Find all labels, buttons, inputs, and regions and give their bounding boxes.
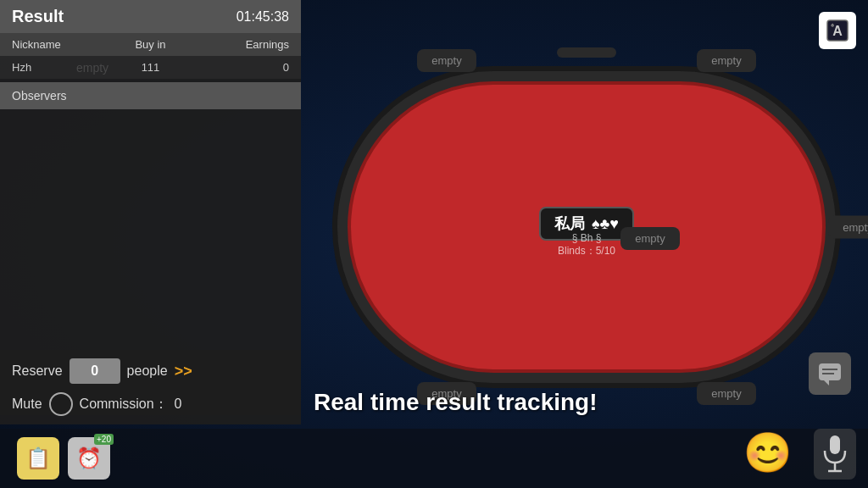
notes-icon[interactable]: 📋 xyxy=(17,437,59,480)
svg-marker-6 xyxy=(824,380,829,385)
table-headers: Nickname Buy in Earnings xyxy=(0,33,301,56)
row-earnings: 0 xyxy=(197,61,289,74)
game-info-line2: Blinds：5/10 xyxy=(558,244,615,258)
mic-icon[interactable] xyxy=(814,429,856,480)
bottom-icons: 📋 ⏰ +20 xyxy=(17,437,110,480)
poker-table: 私局 ♠♣♥ § Bh § Blinds：5/10 empty empty em… xyxy=(332,66,841,388)
mic-svg xyxy=(821,434,849,474)
seat-top-left: empty xyxy=(417,49,476,72)
table-game-info: § Bh § Blinds：5/10 xyxy=(558,232,615,258)
bottom-controls: Reserve people >> Mute Commission： 0 xyxy=(0,350,301,424)
result-header: Result 01:45:38 xyxy=(0,0,301,33)
emoji-icon[interactable]: 😊 xyxy=(743,430,792,475)
header-nickname: Nickname xyxy=(12,38,104,51)
card-icon[interactable]: A ♠ xyxy=(819,12,856,49)
alarm-badge: +20 xyxy=(94,434,114,445)
people-text: people xyxy=(127,363,168,379)
svg-rect-3 xyxy=(819,363,841,380)
card-svg: A ♠ xyxy=(826,19,849,42)
seat-top-right: empty xyxy=(697,49,756,72)
result-title: Result xyxy=(12,7,64,26)
table-inner: 私局 ♠♣♥ § Bh § Blinds：5/10 xyxy=(348,81,826,373)
commission-value: 0 xyxy=(175,396,182,412)
seat-mid-left: empty xyxy=(620,227,680,250)
mute-row: Mute Commission： 0 xyxy=(12,392,289,416)
mute-label: Mute xyxy=(12,396,42,412)
table-row: empty Hzh 111 0 xyxy=(0,56,301,79)
main-text: Real time result tracking! xyxy=(314,389,817,416)
mute-toggle[interactable] xyxy=(49,392,73,416)
result-timer: 01:45:38 xyxy=(236,9,289,25)
observers-label: Observers xyxy=(12,89,67,103)
observers-section: Observers xyxy=(0,82,301,109)
header-buyin: Buy in xyxy=(104,38,197,51)
alarm-icon[interactable]: ⏰ +20 xyxy=(68,437,110,480)
svg-rect-7 xyxy=(830,435,840,454)
chat-svg xyxy=(817,362,843,385)
header-earnings: Earnings xyxy=(197,38,289,51)
commission-label: Commission： xyxy=(80,396,168,413)
bottom-bar: 📋 ⏰ +20 xyxy=(0,429,868,488)
row-watermark: empty xyxy=(76,61,108,75)
arrows-icon[interactable]: >> xyxy=(175,363,192,380)
poker-table-container: 私局 ♠♣♥ § Bh § Blinds：5/10 empty empty em… xyxy=(314,25,860,429)
reserve-input[interactable] xyxy=(70,358,120,384)
game-info-line1: § Bh § xyxy=(558,232,615,244)
logo-text: 私局 xyxy=(554,214,585,234)
reserve-row: Reserve people >> xyxy=(12,358,289,384)
row-buyin: 111 xyxy=(104,61,197,74)
seat-top-center xyxy=(557,47,616,58)
reserve-label: Reserve xyxy=(12,363,63,379)
chat-icon[interactable] xyxy=(809,352,851,395)
seat-mid-right: empty xyxy=(828,216,868,239)
logo-suits: ♠♣♥ xyxy=(592,215,619,233)
